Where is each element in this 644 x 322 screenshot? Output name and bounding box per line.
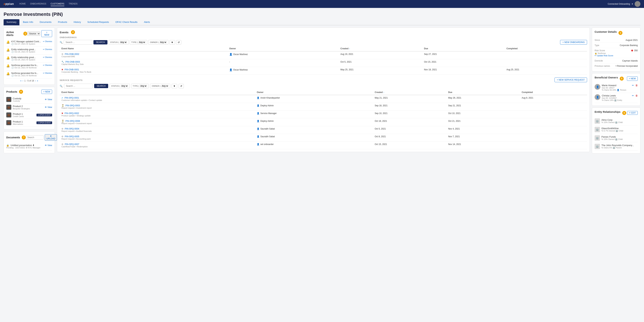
onboardings-controls: 🔍 SEARCH STATUS | Any TYPE | Any OWNER	[60, 40, 587, 45]
page-prev-prev[interactable]: «	[20, 80, 22, 82]
doc-meta-1: Pending 10/27/2021 ⚙ KYC Manager	[6, 147, 52, 149]
srq-link-3[interactable]: PIN-SRQ-0002	[64, 112, 79, 115]
onboarding-filter-btn[interactable]: ▼	[170, 40, 175, 45]
entity-name-4: The John Reynolds Company...	[602, 144, 634, 147]
onb-due-3: Nov 18, 2021	[422, 67, 505, 75]
alerts-new-btn[interactable]: + NEW	[41, 30, 52, 37]
onboarding-type-select[interactable]: Any	[138, 41, 146, 44]
tab-basic-info[interactable]: Basic Info	[20, 19, 36, 25]
documents-title: Documents	[6, 136, 20, 139]
tab-products[interactable]: Products	[55, 19, 70, 25]
alert-meta-4: 🕐 Oct 22, 2021 ⚙ Northrow	[11, 67, 42, 69]
srq-status-select[interactable]: Any	[121, 85, 128, 87]
dismiss-btn-5[interactable]: ↩ Dismiss	[43, 72, 52, 74]
onb-link-3[interactable]: PIN-ONB-0001	[64, 68, 79, 71]
dismiss-btn-2[interactable]: ↩ Dismiss	[43, 48, 52, 51]
risk-dot-icon	[631, 50, 633, 52]
tab-scheduled-requests[interactable]: Scheduled Requests	[84, 19, 112, 25]
srq-owner-4: 👤 Deploy Admin	[255, 118, 373, 126]
user-dropdown-icon[interactable]: ▾	[632, 3, 633, 5]
srq-search-btn[interactable]: SEARCH	[94, 84, 108, 88]
dismiss-btn-1[interactable]: ↩ Dismiss	[43, 40, 52, 43]
product-view-btn-1[interactable]: 👁 View	[45, 98, 52, 101]
beneficial-delete-icon-1[interactable]: 🗑	[636, 84, 638, 87]
alert-bell-icon-1: 🔔	[6, 40, 10, 44]
user-avatar[interactable]	[635, 1, 640, 7]
doc-search-input[interactable]	[26, 135, 44, 140]
dismiss-btn-4[interactable]: ↩ Dismiss	[43, 64, 52, 66]
srq-search-input[interactable]	[64, 84, 93, 88]
page-prev[interactable]: ‹	[22, 80, 23, 82]
beneficial-item-1: 👤 Marie Howard Gov ID: 28427 % Owns 92.4…	[594, 83, 638, 93]
srq-type-filter: TYPE | Any	[131, 84, 149, 88]
srq-link-2[interactable]: PIN-SRQ-0003	[66, 104, 80, 107]
beneficial-owners-new-btn[interactable]: + NEW	[627, 77, 638, 81]
owner-icon-srq-4: 👤	[257, 120, 260, 122]
srq-owner-select[interactable]: Any	[161, 85, 168, 87]
beneficial-edit-icon-1[interactable]: ✏	[632, 84, 634, 87]
wrench-row-icon-2: 🔧	[62, 61, 64, 63]
srq-due-5: Nov 4, 2021	[446, 126, 520, 134]
alert-text-2: Entity relationship great...	[11, 48, 42, 51]
th-due-onb: Due	[422, 46, 505, 51]
onb-completed-3: Aug 25, 2021	[504, 67, 587, 75]
tab-documents[interactable]: Documents	[37, 19, 54, 25]
risk-sub: 🔒 Northrow	[594, 52, 606, 55]
tab-summary[interactable]: Summary	[4, 19, 20, 25]
onb-link-1[interactable]: PIN-ONB-0002	[65, 53, 79, 55]
doc-view-btn-1[interactable]: 👁 View	[45, 144, 52, 147]
alert-item-3: 🔔 Entity relationship great... 🕐 Oct 25,…	[6, 55, 52, 63]
detail-risk-label: Risk Score	[594, 49, 605, 52]
new-onboarding-btn[interactable]: + NEW ONBOARDING	[560, 40, 587, 45]
srq-filter-btn[interactable]: ▼	[172, 84, 177, 88]
page-next[interactable]: ›	[35, 80, 36, 82]
onboarding-owner-select[interactable]: Any	[160, 41, 167, 44]
srq-created-5: Oct 5, 2021	[373, 126, 446, 134]
right-panel: Customer Details 3 Since August 2021 Typ…	[592, 28, 640, 155]
page-next-next[interactable]: »	[37, 80, 38, 82]
srq-refresh-btn[interactable]: ↺	[178, 84, 184, 88]
nav-home[interactable]: HOME	[20, 2, 26, 6]
onb-sub-3: Corporate Banking - New To Bank	[62, 71, 226, 73]
onboarding-status-select[interactable]: Any	[120, 41, 127, 44]
onboarding-refresh-btn[interactable]: ↺	[176, 40, 181, 45]
nav-onboardings[interactable]: ONBOARDINGS	[30, 2, 46, 6]
srq-type-select[interactable]: Any	[140, 85, 147, 87]
srq-link-6[interactable]: PIN-SRQ-0005	[65, 135, 79, 138]
srq-completed-4	[520, 118, 587, 126]
tab-history[interactable]: History	[71, 19, 84, 25]
srq-due-3: Oct 10, 2021	[446, 111, 520, 118]
onboarding-search-btn[interactable]: SEARCH	[94, 40, 108, 45]
product-item-3: 💼 Product 1 Credit Cards 1 OPEN EVENT	[6, 111, 52, 119]
srq-link-5[interactable]: PIN-SRQ-0004	[65, 128, 79, 130]
onb-row-1: ⚙ PIN-ONB-0002 Corporate/SME 👤 Oscar Mar…	[60, 51, 587, 59]
onb-link-2[interactable]: PIN-ONB-0003	[66, 61, 80, 63]
product-sub-1: Custody	[13, 100, 22, 102]
product-view-btn-2[interactable]: 👁 View	[45, 106, 52, 109]
doc-upload-btn[interactable]: ⬆ UPLOAD	[45, 134, 57, 141]
products-new-btn[interactable]: + NEW	[41, 90, 52, 94]
srq-created-4: Oct 18, 2021	[373, 118, 446, 126]
beneficial-edit-icon-2[interactable]: ✏	[632, 94, 634, 97]
source-select[interactable]: Source	[27, 32, 40, 36]
onboarding-search-input[interactable]	[64, 40, 92, 45]
doc-row-1: 🔒 Untitled presentation ⬇ 👁 View	[6, 144, 52, 147]
new-service-btn[interactable]: + NEW SERVICE REQUEST	[554, 78, 587, 82]
srq-link-7[interactable]: PIN-SRQ-0007	[65, 143, 79, 146]
onboarding-search-icon: 🔍	[60, 41, 62, 44]
srq-link-4[interactable]: PIN-SRQ-0008	[66, 120, 80, 122]
entity-relationships-edit-btn[interactable]: ✏ EDIT	[627, 111, 638, 115]
tab-alerts[interactable]: Alerts	[141, 19, 153, 25]
product-icon-2: 💼	[6, 105, 11, 110]
update-risk-link[interactable]: ✏ Update Risk Score	[594, 55, 613, 57]
onboardings-label: ONBOARDINGS	[60, 36, 587, 39]
nav-customers[interactable]: CUSTOMERS	[51, 2, 64, 6]
dismiss-btn-3[interactable]: ↩ Dismiss	[43, 56, 52, 59]
onboarding-search-bar: 🔍 SEARCH STATUS | Any TYPE | Any OWNER	[60, 40, 559, 45]
srq-link-1[interactable]: PIN-SRQ-0001	[64, 97, 79, 99]
alert-bell-icon-2: 🔔	[6, 48, 10, 52]
beneficial-delete-icon-2[interactable]: 🗑	[636, 94, 638, 97]
tab-ofac[interactable]: OFAC Check Results	[112, 19, 140, 25]
nav-trends[interactable]: TRENDS	[69, 2, 78, 6]
alert-meta-3: 🕐 Oct 25, 2021 ⚙ System	[11, 59, 42, 61]
